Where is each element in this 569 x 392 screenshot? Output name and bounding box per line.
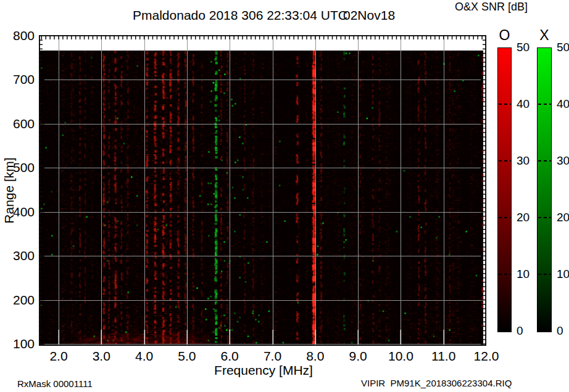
data-file-label: VIPIR PM91K_2018306223304.RIQ: [361, 378, 512, 388]
page-title: Pmaldonado 2018 306 22:33:04 UTC: [133, 8, 347, 23]
colorbar-tick-label: 20: [557, 211, 569, 224]
y-tick-label: 300: [2, 248, 35, 263]
colorbar-tick-label: 10: [517, 267, 530, 281]
colorbar-tick-label: 10: [557, 267, 569, 281]
x-tick-label: 3.0: [83, 349, 120, 364]
x-axis-title: Frequency [MHz]: [214, 363, 313, 378]
colorbar-O: [497, 47, 512, 332]
x-tick-label: 4.0: [126, 349, 163, 364]
x-tick-label: 8.0: [297, 349, 334, 364]
x-tick-label: 12.0: [468, 349, 505, 364]
x-tick-label: 5.0: [168, 349, 206, 364]
colorbar-tick-dash: [499, 160, 512, 161]
y-tick-label: 100: [2, 337, 35, 351]
colorbar-tick-label: 40: [557, 97, 569, 111]
colorbar-tick-label: 40: [517, 97, 530, 111]
colorbar-X-label: X: [539, 27, 549, 44]
y-axis-title: Range [km]: [2, 157, 17, 223]
y-tick-label: 600: [2, 116, 35, 131]
colorbar-tick-dash: [538, 160, 552, 161]
x-tick-label: 7.0: [254, 349, 291, 364]
colorbar-X: [537, 47, 552, 332]
y-tick-label: 200: [2, 293, 35, 308]
colorbar-title: O&X SNR [dB]: [455, 1, 528, 14]
colorbar-tick-label: 30: [517, 154, 530, 168]
colorbar-tick-dash: [499, 274, 512, 275]
ionogram-heatmap: [39, 35, 486, 346]
y-tick-label: 800: [2, 28, 35, 43]
rxmask-label: RxMask 00001111: [17, 378, 93, 389]
colorbar-tick-dash: [499, 104, 512, 105]
y-tick-label: 700: [2, 72, 35, 87]
colorbar-tick-label: 0: [557, 324, 563, 338]
colorbar-tick-dash: [538, 104, 552, 105]
colorbar-tick-label: 20: [517, 211, 530, 224]
colorbar-tick-dash: [538, 274, 552, 275]
x-tick-label: 11.0: [425, 349, 462, 364]
ionogram-page: Pmaldonado 2018 306 22:33:04 UTC 02Nov18…: [0, 0, 569, 392]
x-tick-label: 9.0: [339, 349, 376, 364]
colorbar-tick-dash: [538, 217, 552, 218]
x-tick-label: 6.0: [211, 349, 248, 364]
colorbar-O-label: O: [499, 27, 510, 44]
colorbar-tick-dash: [499, 217, 512, 218]
colorbar-tick-label: 30: [557, 154, 569, 168]
colorbar-tick-label: 50: [517, 41, 530, 54]
x-tick-label: 10.0: [382, 349, 419, 364]
colorbar-tick-label: 0: [517, 324, 523, 338]
x-tick-label: 2.0: [40, 349, 77, 364]
page-date: 02Nov18: [343, 8, 395, 23]
colorbar-tick-label: 50: [557, 41, 569, 54]
